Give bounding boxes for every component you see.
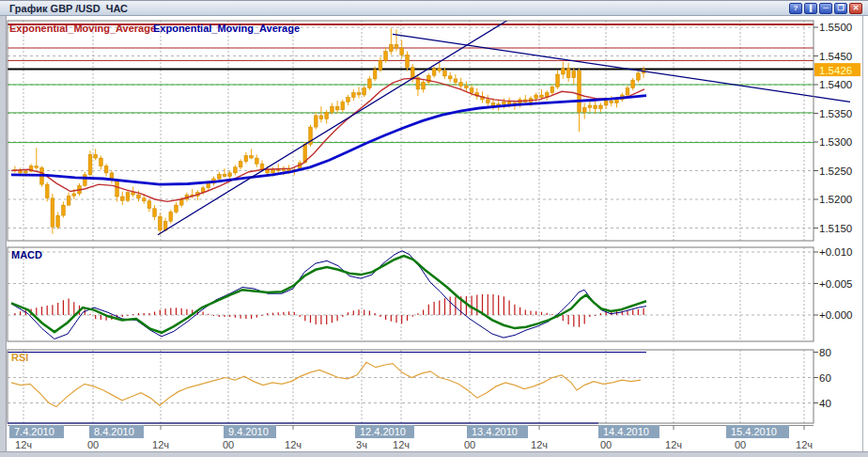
macd-signal-line xyxy=(11,251,646,339)
time-label: 12ч xyxy=(393,439,410,450)
candle-body xyxy=(357,93,361,95)
candle-body xyxy=(250,156,254,158)
candle-body xyxy=(158,216,162,230)
candle-body xyxy=(615,100,619,103)
ema-slow-legend: Exponential_Moving_Average xyxy=(153,23,300,34)
candle-body xyxy=(411,68,414,78)
candle-body xyxy=(142,198,146,201)
macd-main-line xyxy=(11,256,646,333)
candle-body xyxy=(239,162,242,167)
candle-body xyxy=(51,198,54,228)
price-axis-label: 1.5400 xyxy=(819,79,852,90)
candle-body xyxy=(341,102,345,110)
macd-panel-border xyxy=(8,247,814,341)
candle-body xyxy=(454,79,457,83)
candle-body xyxy=(234,167,238,173)
rsi-axis-label: 80 xyxy=(819,347,831,358)
candle-body xyxy=(566,69,570,78)
candle-body xyxy=(132,193,135,195)
time-label: 00 xyxy=(87,439,99,450)
time-label: 12ч xyxy=(152,439,169,450)
price-axis-label: 1.5300 xyxy=(819,136,852,148)
candle-body xyxy=(594,105,597,109)
candle-body xyxy=(207,183,210,188)
date-label: 9.4.2010 xyxy=(228,426,269,437)
candle-body xyxy=(23,171,27,173)
time-label: 00 xyxy=(735,439,746,450)
candle-body xyxy=(347,97,350,102)
candle-body xyxy=(260,164,264,169)
candle-body xyxy=(448,76,452,79)
date-label: 15.4.2010 xyxy=(731,426,777,437)
candle-body xyxy=(56,215,60,227)
candle-body xyxy=(228,173,232,177)
candle-body xyxy=(179,199,183,205)
candle-body xyxy=(314,116,318,127)
candle-body xyxy=(556,74,560,87)
candle-body xyxy=(45,184,49,198)
candle-body xyxy=(331,106,334,112)
rsi-indicator-label: RSI xyxy=(11,352,28,363)
candle-body xyxy=(379,60,382,70)
candle-body xyxy=(325,112,329,118)
candle-body xyxy=(62,205,66,215)
candle-body xyxy=(626,88,629,95)
candle-body xyxy=(147,201,151,209)
candle-body xyxy=(126,193,130,201)
candle-body xyxy=(120,197,124,200)
price-axis-label: 1.5200 xyxy=(819,194,852,205)
time-label: 12ч xyxy=(285,439,302,450)
trendline[interactable] xyxy=(393,34,850,102)
macd-indicator-label: MACD xyxy=(11,249,42,260)
price-axis-label: 1.5450 xyxy=(819,51,852,62)
candle-body xyxy=(637,73,641,80)
candle-body xyxy=(175,205,178,212)
candle-body xyxy=(319,116,323,119)
time-label: 12ч xyxy=(796,439,813,450)
trendline[interactable] xyxy=(158,21,507,235)
price-axis-label: 1.5150 xyxy=(819,223,852,234)
date-label: 7.4.2010 xyxy=(14,426,54,437)
candle-body xyxy=(217,174,221,179)
chart-canvas[interactable]: 1.55001.54501.54001.53501.53001.52501.52… xyxy=(0,0,868,457)
candle-body xyxy=(67,196,70,205)
candle-body xyxy=(83,175,86,186)
candle-body xyxy=(395,44,398,48)
candle-body xyxy=(373,70,377,79)
candle-body xyxy=(116,180,119,197)
candle-body xyxy=(540,95,544,97)
candle-body xyxy=(610,101,613,102)
candle-body xyxy=(100,158,103,166)
candle-body xyxy=(389,44,393,51)
candle-body xyxy=(363,88,366,95)
candle-body xyxy=(153,209,157,217)
current-price-label: 1.5426 xyxy=(819,65,852,76)
macd-axis-label: +0.010 xyxy=(819,246,853,258)
candle-body xyxy=(35,166,39,168)
candle-body xyxy=(72,194,76,196)
candle-body xyxy=(384,52,388,61)
candle-body xyxy=(582,107,586,112)
date-label: 13.4.2010 xyxy=(472,426,518,437)
candle-body xyxy=(578,71,581,112)
candle-body xyxy=(276,169,280,170)
macd-axis-label: +0.005 xyxy=(819,278,853,290)
candle-body xyxy=(368,79,372,88)
price-axis-label: 1.5350 xyxy=(819,108,852,119)
candle-body xyxy=(631,80,635,88)
candle-body xyxy=(244,156,248,162)
chart-window: График GBP /USD ЧАС ?∥─❐✕ 1.55001.54501.… xyxy=(0,0,868,457)
candle-body xyxy=(169,212,173,221)
time-label: 12ч xyxy=(665,439,682,450)
candle-body xyxy=(470,88,473,93)
candle-body xyxy=(561,69,565,74)
main-panel-border xyxy=(8,21,814,241)
candle-body xyxy=(486,100,489,103)
candle-body xyxy=(465,86,469,87)
macd-axis-label: +0.000 xyxy=(819,309,853,321)
time-label: 3ч xyxy=(356,439,367,450)
candle-body xyxy=(432,69,436,75)
candle-body xyxy=(406,55,410,67)
rsi-axis-label: 40 xyxy=(819,398,831,409)
candle-body xyxy=(572,71,576,77)
